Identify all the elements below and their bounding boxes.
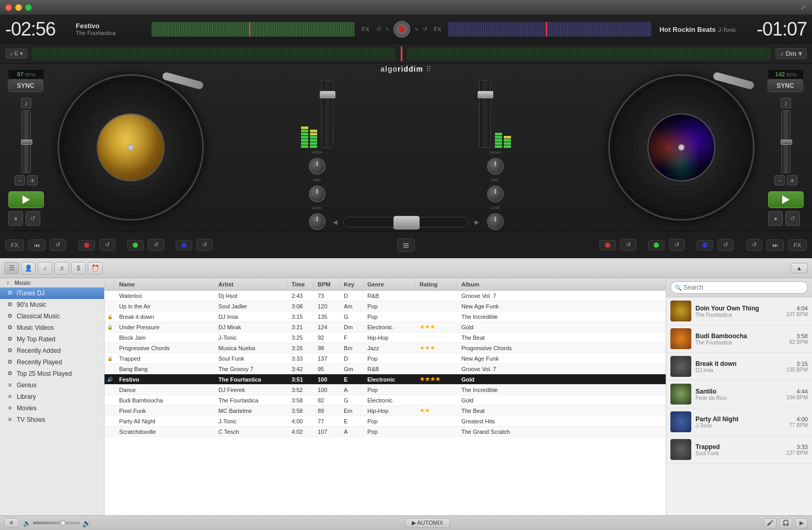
th-artist[interactable]: Artist — [214, 278, 287, 290]
sidebar-item-library[interactable]: ≡ Library — [0, 391, 104, 402]
left-record-btn[interactable]: ● — [8, 211, 23, 226]
right-pitch-plus[interactable]: + — [787, 175, 797, 186]
fx-right-label[interactable]: FX — [432, 26, 444, 32]
cue-green-btn[interactable] — [127, 240, 144, 250]
th-album[interactable]: Album — [457, 278, 666, 290]
loop-cue-right-btn[interactable]: ↺ — [620, 239, 636, 251]
eq-key-right-display[interactable]: ♪ Dm ▾ — [775, 48, 807, 59]
table-row[interactable]: 🔒 Under Pressure DJ Mirak 3:21 124 Dm El… — [105, 322, 666, 332]
automix-button[interactable]: ▶ AUTOMIX — [405, 518, 450, 528]
table-row[interactable]: Scratchdoodle C Tesch 4:02 107 A Pop The… — [105, 427, 666, 437]
left-mid-knob[interactable] — [309, 186, 326, 202]
cue-red-btn[interactable] — [78, 240, 95, 250]
loop-left-btn[interactable]: ↺ — [50, 239, 66, 251]
table-row[interactable]: Waterloo Dj Hsot 2:43 73 D R&B Groove Vo… — [105, 291, 666, 301]
now-playing-item[interactable]: Budi Bamboocha The Fourtastica 3:58 82 B… — [666, 325, 812, 353]
cue-green-right-btn[interactable] — [648, 240, 665, 250]
table-row[interactable]: Budi Bamboocha The Fourtastica 3:58 82 G… — [105, 395, 666, 406]
right-mid-knob[interactable] — [487, 186, 504, 202]
right-record-btn[interactable]: ● — [768, 211, 783, 226]
waveform-left[interactable] — [152, 22, 355, 37]
now-playing-item[interactable]: Santilo Fede de Rico 4:44 104 BPM — [666, 381, 812, 408]
right-turntable[interactable] — [608, 74, 755, 221]
fullscreen-icon[interactable]: ⤢ — [799, 4, 807, 11]
now-playing-item[interactable]: Party All Night J-Tonic 4:00 77 BPM — [666, 408, 812, 436]
loop-cue-right3-btn[interactable]: ↺ — [717, 239, 734, 251]
eq-waveform-left[interactable] — [32, 48, 396, 60]
fx-left-label[interactable]: FX — [359, 26, 372, 32]
play-status-icon[interactable]: ▶ — [795, 518, 808, 528]
left-low-knob[interactable] — [309, 213, 326, 230]
right-pitch-minus[interactable]: - — [774, 175, 785, 186]
left-play-button[interactable] — [8, 191, 44, 208]
right-high-knob[interactable] — [487, 158, 504, 175]
maximize-button[interactable] — [25, 4, 32, 11]
fx-right-btn[interactable]: FX — [788, 239, 807, 251]
waveform-right[interactable] — [448, 22, 652, 37]
headphone-icon[interactable]: 🎧 — [780, 518, 792, 528]
left-pitch-slider[interactable] — [21, 110, 31, 173]
th-rating[interactable]: Rating — [415, 278, 457, 290]
volume-track[interactable] — [33, 522, 80, 524]
table-row[interactable]: Up in the Air Soul Jadler 3:08 120 Am Po… — [105, 301, 666, 312]
lib-tool-clock-btn[interactable]: ⏰ — [88, 262, 102, 274]
table-row[interactable]: 🔒 Trapped Soul Funk 3:33 137 D Pop New A… — [105, 353, 666, 364]
sidebar-item-top-25[interactable]: ⚙ Top 25 Most Played — [0, 368, 104, 379]
sidebar-item-top-rated[interactable]: ⚙ My Top Rated — [0, 333, 104, 345]
table-row[interactable]: Dance DJ Firerek 3:52 100 A Pop The Incr… — [105, 385, 666, 395]
right-sync-button[interactable]: SYNC — [768, 79, 803, 92]
search-input[interactable] — [670, 281, 808, 294]
eq-waveform-right[interactable] — [408, 48, 771, 60]
right-play-button[interactable] — [768, 191, 804, 208]
sidebar-item-recently-played[interactable]: ⚙ Recently Played — [0, 356, 104, 368]
sidebar-item-movies[interactable]: ≡ Movies — [0, 402, 104, 414]
loop-right-btn[interactable]: ↺ — [746, 239, 762, 251]
right-low-knob[interactable] — [487, 213, 504, 230]
loop-cue-left3-btn[interactable]: ↺ — [196, 239, 213, 251]
left-turntable[interactable] — [57, 74, 204, 221]
brightness-btn[interactable]: ☀ — [4, 518, 19, 528]
right-loop-btn[interactable]: ↺ — [785, 211, 800, 226]
eq-key-left-btn[interactable]: ♪ E ▾ — [5, 49, 28, 59]
close-button[interactable] — [5, 4, 12, 11]
left-pitch-minus[interactable]: - — [15, 175, 25, 186]
sidebar-item-music-videos[interactable]: ⚙ Music Videos — [0, 322, 104, 333]
loop-cue-left2-btn[interactable]: ↺ — [148, 239, 164, 251]
th-key[interactable]: Key — [340, 278, 363, 290]
table-row[interactable]: 🔊 Festivo The Fourtastica 3:51 100 E Ele… — [105, 374, 666, 385]
cue-blue-btn[interactable] — [176, 240, 192, 250]
prev-left-btn[interactable]: ⏮ — [28, 239, 45, 251]
table-row[interactable]: Progressive Chords Musica Nueba 3:26 98 … — [105, 343, 666, 353]
th-name[interactable]: Name — [115, 278, 214, 290]
table-row[interactable]: 🔒 Break it down DJ Imia 3:15 135 G Pop T… — [105, 312, 666, 322]
lib-tool-user-btn[interactable]: 👤 — [21, 262, 36, 274]
lib-tool-guitar-btn[interactable]: ♬ — [54, 262, 69, 274]
lib-tool-dollar-btn[interactable]: $ — [71, 262, 86, 274]
grid-button[interactable]: ⊞ — [397, 238, 415, 252]
sidebar-item-genius[interactable]: ≡ Genius — [0, 379, 104, 391]
sidebar-item-tv-shows[interactable]: ≡ TV Shows — [0, 414, 104, 425]
sidebar-item-recently-added[interactable]: ⚙ Recently Added — [0, 345, 104, 356]
right-pitch-slider[interactable] — [781, 110, 791, 173]
table-row[interactable]: Bang Bang The Groovy 7 3:42 95 Gm R&B Gr… — [105, 364, 666, 374]
table-row[interactable]: Block Jam J-Tonic 3:25 92 F Hip-Hop The … — [105, 332, 666, 343]
fx-left-btn[interactable]: FX — [5, 239, 24, 251]
right-channel-fader[interactable] — [479, 80, 491, 148]
record-button[interactable] — [393, 21, 410, 38]
eject-button[interactable]: ▲ — [791, 263, 808, 273]
now-playing-item[interactable]: Break it down DJ Imia 3:15 135 BPM — [666, 353, 812, 381]
mic-icon[interactable]: 🎤 — [764, 518, 776, 528]
left-channel-fader[interactable] — [321, 80, 333, 148]
left-loop-btn[interactable]: ↺ — [26, 211, 40, 226]
lib-tool-music-btn[interactable]: ♪ — [38, 262, 52, 274]
th-time[interactable]: Time — [287, 278, 314, 290]
next-right-btn[interactable]: ⏭ — [767, 239, 784, 251]
left-high-knob[interactable] — [309, 158, 326, 175]
cue-red-right-btn[interactable] — [599, 240, 616, 250]
table-row[interactable]: Party All Night J-Tonic 4:00 77 E Pop Gr… — [105, 416, 666, 427]
loop-cue-right2-btn[interactable]: ↺ — [669, 239, 685, 251]
table-row[interactable]: Pixel Funk MC Bartelme 3:58 89 Em Hip-Ho… — [105, 406, 666, 416]
sidebar-item-itunes-dj[interactable]: ⚙ iTunes DJ — [0, 287, 104, 299]
sidebar-item-classical[interactable]: ⚙ Classical Music — [0, 310, 104, 322]
cue-blue-right-btn[interactable] — [697, 240, 713, 250]
